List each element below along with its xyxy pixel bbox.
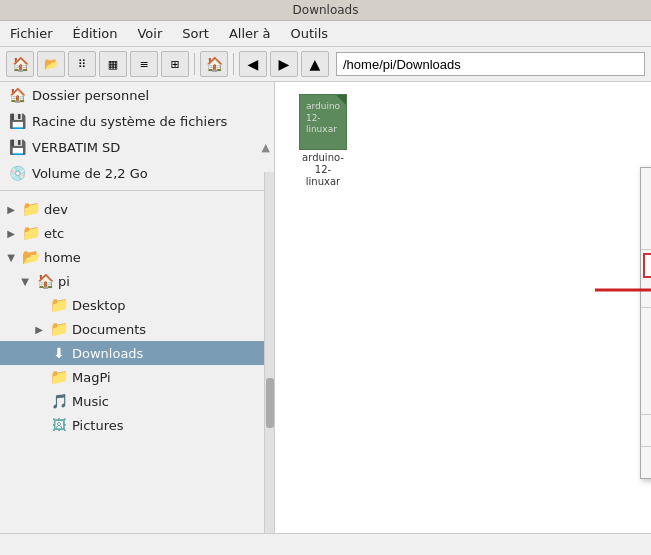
context-menu: Ouvrir Xarchiver Ouvrir avec... Extraire… — [640, 167, 651, 479]
toolbar-view3-btn[interactable]: ≡ — [130, 51, 158, 77]
file-thumb-corner — [336, 95, 346, 105]
toggle-home[interactable]: ▼ — [4, 250, 18, 264]
menu-bar: Fichier Édition Voir Sort Aller à Outils — [0, 21, 651, 47]
folder-downloads-icon: ⬇ — [50, 344, 68, 362]
folder-desktop-icon: 📁 — [50, 296, 68, 314]
tree-item-music[interactable]: ▶ 🎵 Music — [0, 389, 274, 413]
toolbar-back-btn[interactable]: ◀ — [239, 51, 267, 77]
ctx-corbeille[interactable]: Mettre à la corbeille — [641, 361, 651, 386]
toggle-documents[interactable]: ▶ — [32, 322, 46, 336]
file-name-arduino: arduino-12-linuxar — [302, 152, 344, 188]
toggle-desktop[interactable]: ▶ — [32, 298, 46, 312]
folder-music-icon: 🎵 — [50, 392, 68, 410]
toolbar-view1-btn[interactable]: ⠿ — [68, 51, 96, 77]
ctx-couper[interactable]: Couper — [641, 311, 651, 336]
title-text: Downloads — [293, 3, 359, 17]
tree-item-downloads[interactable]: ▶ ⬇ Downloads — [0, 341, 274, 365]
sidebar-place-verbatim[interactable]: 💾 VERBATIM SD ▲ — [0, 134, 274, 160]
folder-dev-icon: 📁 — [22, 200, 40, 218]
ctx-renommer[interactable]: Renommer... — [641, 418, 651, 443]
toggle-dev[interactable]: ▶ — [4, 202, 18, 216]
tree-container: ▶ 📁 dev ▶ 📁 etc ▼ 📂 home — [0, 195, 274, 439]
toolbar-view2-btn[interactable]: ▦ — [99, 51, 127, 77]
ctx-xarchiver[interactable]: Xarchiver — [641, 196, 651, 221]
toolbar: 🏠 📂 ⠿ ▦ ≡ ⊞ 🏠 ◀ ▶ ▲ — [0, 47, 651, 82]
toolbar-view4-btn[interactable]: ⊞ — [161, 51, 189, 77]
file-thumb-arduino: arduino12-linuxar — [299, 94, 347, 150]
ctx-sep1 — [641, 249, 651, 250]
toolbar-homedir-btn[interactable]: 🏠 — [200, 51, 228, 77]
tree-item-pictures[interactable]: ▶ 🖼 Pictures — [0, 413, 274, 437]
tree-item-pi[interactable]: ▼ 🏠 pi — [0, 269, 274, 293]
tree-label-downloads: Downloads — [72, 346, 143, 361]
sidebar-place-volume-label: Volume de 2,2 Go — [32, 166, 148, 181]
toolbar-sep2 — [233, 53, 234, 75]
sidebar-place-home[interactable]: 🏠 Dossier personnel — [0, 82, 274, 108]
tree-item-dev[interactable]: ▶ 📁 dev — [0, 197, 274, 221]
main-container: 🏠 Dossier personnel 💾 Racine du système … — [0, 82, 651, 547]
tree-item-documents[interactable]: ▶ 📁 Documents — [0, 317, 274, 341]
ctx-ouvrir[interactable]: Ouvrir — [641, 171, 651, 196]
home-icon: 🏠 — [8, 86, 26, 104]
folder-pi-icon: 🏠 — [36, 272, 54, 290]
menu-aller[interactable]: Aller à — [225, 24, 275, 43]
sidebar-place-verbatim-label: VERBATIM SD — [32, 140, 120, 155]
ctx-proprietes[interactable]: Propriétés — [641, 450, 651, 475]
ctx-extraire-vers[interactable]: Extraire vers... — [643, 253, 651, 278]
title-bar: Downloads — [0, 0, 651, 21]
hdd-icon: 💾 — [8, 112, 26, 130]
toggle-downloads[interactable]: ▶ — [32, 346, 46, 360]
ctx-sep2 — [641, 307, 651, 308]
toolbar-forward-btn[interactable]: ▶ — [270, 51, 298, 77]
tree-item-etc[interactable]: ▶ 📁 etc — [0, 221, 274, 245]
tree-label-home: home — [44, 250, 81, 265]
menu-voir[interactable]: Voir — [133, 24, 166, 43]
sidebar-place-root[interactable]: 💾 Racine du système de fichiers — [0, 108, 274, 134]
menu-sort[interactable]: Sort — [178, 24, 213, 43]
sd-icon: 💾 — [8, 138, 26, 156]
disk-icon: 💿 — [8, 164, 26, 182]
toggle-etc[interactable]: ▶ — [4, 226, 18, 240]
folder-home-icon: 📂 — [22, 248, 40, 266]
tree-item-magpi[interactable]: ▶ 📁 MagPi — [0, 365, 274, 389]
tree-label-etc: etc — [44, 226, 64, 241]
sidebar-place-root-label: Racine du système de fichiers — [32, 114, 227, 129]
address-bar[interactable] — [336, 52, 645, 76]
sidebar-place-volume[interactable]: 💿 Volume de 2,2 Go — [0, 160, 274, 186]
ctx-ouvrir-avec[interactable]: Ouvrir avec... — [641, 221, 651, 246]
sidebar-sep — [0, 190, 274, 191]
tree-label-dev: dev — [44, 202, 68, 217]
toolbar-sep1 — [194, 53, 195, 75]
tree-label-music: Music — [72, 394, 109, 409]
sidebar: 🏠 Dossier personnel 💾 Racine du système … — [0, 82, 275, 547]
ctx-sep4 — [641, 446, 651, 447]
menu-fichier[interactable]: Fichier — [6, 24, 57, 43]
file-area[interactable]: arduino12-linuxar arduino-12-linuxar Ouv… — [275, 82, 651, 547]
file-thumb-text: arduino12-linuxar — [306, 97, 340, 136]
tree-label-documents: Documents — [72, 322, 146, 337]
toolbar-up-btn[interactable]: ▲ — [301, 51, 329, 77]
menu-outils[interactable]: Outils — [287, 24, 333, 43]
status-bar — [0, 533, 651, 555]
menu-edition[interactable]: Édition — [69, 24, 122, 43]
ctx-copier-chemin[interactable]: Copier le(s) chemin(s) — [641, 386, 651, 411]
toolbar-folder-btn[interactable]: 📂 — [37, 51, 65, 77]
toggle-pi[interactable]: ▼ — [18, 274, 32, 288]
toolbar-home-btn[interactable]: 🏠 — [6, 51, 34, 77]
toggle-music[interactable]: ▶ — [32, 394, 46, 408]
folder-documents-icon: 📁 — [50, 320, 68, 338]
tree-item-home[interactable]: ▼ 📂 home — [0, 245, 274, 269]
toggle-pictures[interactable]: ▶ — [32, 418, 46, 432]
sidebar-scrollbar-thumb — [266, 378, 274, 428]
sidebar-place-home-label: Dossier personnel — [32, 88, 149, 103]
tree-item-desktop[interactable]: ▶ 📁 Desktop — [0, 293, 274, 317]
folder-pictures-icon: 🖼 — [50, 416, 68, 434]
folder-etc-icon: 📁 — [22, 224, 40, 242]
tree-label-magpi: MagPi — [72, 370, 111, 385]
sidebar-scrollbar[interactable] — [264, 172, 274, 547]
file-item-arduino[interactable]: arduino12-linuxar arduino-12-linuxar — [283, 90, 363, 192]
ctx-copier[interactable]: Copier — [641, 336, 651, 361]
ctx-extraire-ici[interactable]: Extraire ici — [641, 279, 651, 304]
toggle-magpi[interactable]: ▶ — [32, 370, 46, 384]
tree-label-pictures: Pictures — [72, 418, 123, 433]
